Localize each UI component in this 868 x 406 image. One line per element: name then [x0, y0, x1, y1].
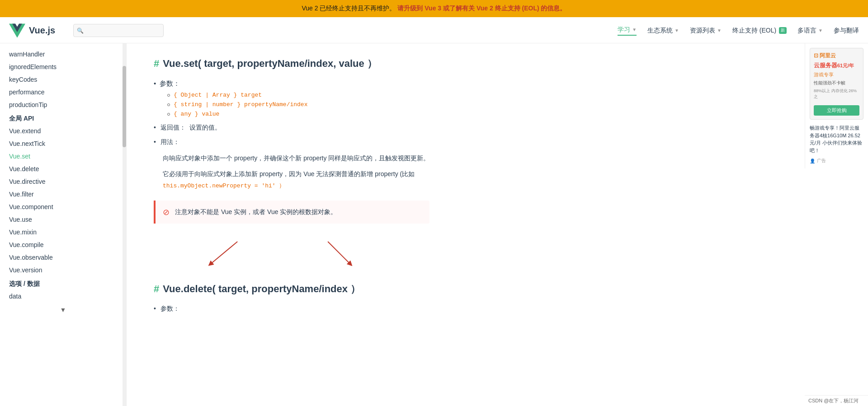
return-value-row: • 返回值： 设置的值。 — [154, 124, 429, 132]
csdn-footer: CSDN @在下，杨江河 — [805, 395, 868, 406]
sidebar-item-vue-observable[interactable]: Vue.observable — [0, 251, 126, 264]
return-label: 返回值： — [160, 124, 186, 131]
sidebar-item-vue-delete[interactable]: Vue.delete — [0, 163, 126, 175]
chevron-down-icon: ▼ — [632, 27, 637, 32]
nav-item-ecosystem[interactable]: 生态系统 ▼ — [647, 27, 679, 35]
nav-bar: 学习 ▼ 生态系统 ▼ 资源列表 ▼ 终止支持 (EOL) 新 多语言 ▼ 参与… — [618, 26, 859, 36]
sidebar-item-vue-nexttick[interactable]: Vue.nextTick — [0, 137, 126, 150]
arrow-svg — [154, 233, 429, 269]
right-ad-panel: ⊡ 阿里云 云服务器61元/年 游戏专享 性能强劲不卡帧 88%以上 内存优化 … — [805, 43, 868, 168]
params-list: • 参数： — [154, 79, 429, 88]
ad-sub-title: 游戏专享 — [814, 71, 859, 78]
vue-delete-params-label: 参数： — [160, 305, 179, 312]
nav-item-translate[interactable]: 参与翻译 — [834, 27, 859, 35]
sidebar-item-vue-version[interactable]: Vue.version — [0, 264, 126, 276]
chevron-down-icon: ▼ — [818, 28, 823, 33]
top-banner: Vue 2 已经终止支持且不再维护。 请升级到 Vue 3 或了解有关 Vue … — [0, 0, 868, 17]
banner-text: Vue 2 已经终止支持且不再维护。 — [302, 5, 396, 12]
chevron-down-icon: ▼ — [675, 28, 679, 33]
sidebar-item-vue-extend[interactable]: Vue.extend — [0, 125, 126, 137]
layout: warnHandler ignoredElements keyCodes per… — [0, 43, 868, 406]
warning-icon: ⊘ — [163, 207, 170, 217]
return-value: 设置的值。 — [189, 124, 221, 131]
sidebar-item-data[interactable]: data — [0, 290, 126, 303]
logo[interactable]: Vue.js — [9, 23, 55, 39]
bullet-circle — [167, 103, 170, 106]
sidebar-item-performance[interactable]: performance — [0, 86, 126, 98]
chevron-down-icon: ▼ — [717, 28, 722, 33]
person-icon: 👤 — [810, 159, 815, 163]
sidebar-item-vue-filter[interactable]: Vue.filter — [0, 188, 126, 201]
sidebar-item-vue-component[interactable]: Vue.component — [0, 201, 126, 213]
logo-text: Vue.js — [29, 25, 55, 36]
param-value: { any } value — [167, 111, 429, 117]
vue-set-section: # Vue.set( target, propertyName/index, v… — [154, 57, 429, 269]
usage-row: • 用法： — [154, 138, 429, 146]
nav-item-resources[interactable]: 资源列表 ▼ — [690, 27, 722, 35]
sidebar-scroll-down[interactable]: ▼ — [0, 303, 126, 317]
main-content: # Vue.set( target, propertyName/index, v… — [127, 43, 457, 406]
vue-logo-icon — [9, 23, 25, 39]
svg-line-3 — [328, 242, 350, 264]
usage-label: 用法： — [160, 138, 179, 145]
scrollbar-thumb[interactable] — [123, 66, 126, 147]
sidebar-item-ignoredelements[interactable]: ignoredElements — [0, 61, 126, 73]
new-badge: 新 — [779, 27, 787, 34]
sidebar-item-warnhandler[interactable]: warnHandler — [0, 48, 126, 61]
search-icon: 🔍 — [77, 28, 84, 34]
arrow-area — [154, 233, 429, 269]
ad-server-title: 云服务器61元/年 — [814, 61, 859, 70]
sidebar-item-keycodes[interactable]: keyCodes — [0, 73, 126, 86]
vue-delete-params: • 参数： — [154, 305, 429, 313]
code-example: this.myObject.newProperty = 'hi' ） — [163, 182, 285, 189]
bullet-circle — [167, 113, 170, 116]
search-input[interactable] — [73, 24, 164, 37]
sidebar-section-options-data: 选项 / 数据 — [0, 276, 126, 290]
banner-link[interactable]: 请升级到 Vue 3 或了解有关 Vue 2 终止支持 (EOL) 的信息。 — [397, 5, 566, 12]
search-box: 🔍 — [73, 24, 164, 37]
vue-delete-section: # Vue.delete( target, propertyName/index… — [154, 282, 429, 313]
sidebar: warnHandler ignoredElements keyCodes per… — [0, 43, 127, 406]
ad-extra: 88%以上 内存优化 26%之 — [814, 88, 859, 100]
param-target: { Object | Array } target — [167, 92, 429, 98]
sidebar-item-vue-directive[interactable]: Vue.directive — [0, 175, 126, 188]
nav-item-learn[interactable]: 学习 ▼ — [618, 26, 637, 36]
desc-text-2: 它必须用于向响应式对象上添加新 property，因为 Vue 无法探测普通的新… — [154, 168, 429, 191]
ad-sub-desc: 性能强劲不卡帧 — [814, 80, 859, 86]
nav-item-eol[interactable]: 终止支持 (EOL) 新 — [732, 27, 787, 35]
ad-label-row: 👤 广告 — [810, 158, 863, 164]
params-bullet: • 参数： — [154, 79, 429, 88]
params-sub-list: { Object | Array } target { string | num… — [154, 92, 429, 117]
sidebar-item-vue-compile[interactable]: Vue.compile — [0, 238, 126, 251]
sidebar-item-vue-mixin[interactable]: Vue.mixin — [0, 226, 126, 238]
ad-btn[interactable]: 立即抢购 — [814, 105, 859, 116]
bullet-circle — [167, 94, 170, 97]
sidebar-item-vue-set[interactable]: Vue.set ← — [0, 150, 126, 163]
vue-set-title: # Vue.set( target, propertyName/index, v… — [154, 57, 429, 70]
vue-delete-title: # Vue.delete( target, propertyName/index… — [154, 282, 429, 296]
warning-text: 注意对象不能是 Vue 实例，或者 Vue 实例的根数据对象。 — [175, 207, 337, 217]
svg-line-2 — [210, 242, 237, 264]
scrollbar-track — [123, 43, 126, 406]
sidebar-section-global-api: 全局 API — [0, 111, 126, 125]
ad-game-text: 畅游戏专享！阿里云服务器4核16G10M 26.52元/月 小伙伴们快来体验吧！ — [810, 124, 863, 154]
ad-brand: ⊡ 阿里云 — [814, 52, 859, 60]
header: Vue.js 🔍 学习 ▼ 生态系统 ▼ 资源列表 ▼ 终止支持 (EOL) 新… — [0, 18, 868, 43]
desc-text-1: 向响应式对象中添加一个 property，并确保这个新 property 同样是… — [154, 153, 429, 164]
sidebar-item-productiontip[interactable]: productionTip — [0, 98, 126, 111]
ad-box: ⊡ 阿里云 云服务器61元/年 游戏专享 性能强劲不卡帧 88%以上 内存优化 … — [810, 48, 863, 120]
nav-item-lang[interactable]: 多语言 ▼ — [797, 27, 823, 35]
param-property-name: { string | number } propertyName/index — [167, 101, 429, 108]
warning-box: ⊘ 注意对象不能是 Vue 实例，或者 Vue 实例的根数据对象。 — [154, 201, 429, 224]
sidebar-item-vue-use[interactable]: Vue.use — [0, 213, 126, 226]
